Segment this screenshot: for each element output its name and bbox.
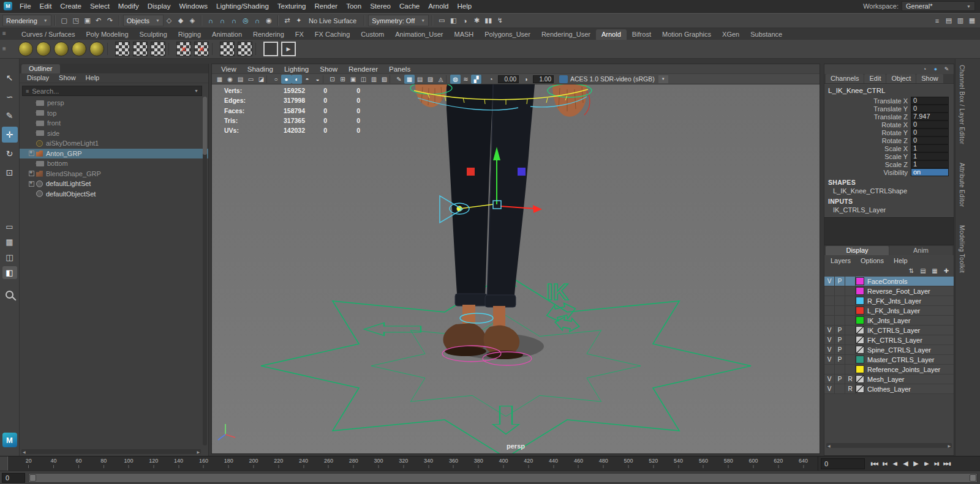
viewport-toggle-icon[interactable] bbox=[323, 75, 327, 83]
layer-display-type-toggle[interactable] bbox=[845, 277, 856, 286]
shelf-item-icon[interactable] bbox=[54, 42, 69, 56]
shelf-tab[interactable]: Motion Graphics bbox=[657, 29, 717, 40]
shelf-item-icon[interactable] bbox=[263, 42, 278, 56]
layer-display-type-toggle[interactable] bbox=[845, 335, 856, 344]
layer-display-type-toggle[interactable] bbox=[845, 296, 856, 305]
shelf-tab[interactable]: Animation bbox=[206, 29, 247, 40]
viewport-menu-item[interactable]: Show bbox=[314, 65, 343, 73]
scroll-left-icon[interactable]: ◀ bbox=[826, 444, 832, 448]
scroll-right-icon[interactable]: ▶ bbox=[946, 444, 952, 448]
manipulator-x-axis[interactable] bbox=[533, 205, 542, 213]
layer-playback-toggle[interactable]: P bbox=[835, 326, 845, 335]
viewport-toggle-icon[interactable]: ▨ bbox=[425, 75, 435, 84]
shelf-tab[interactable]: FX bbox=[290, 29, 309, 40]
menu-item[interactable]: Display bbox=[143, 1, 175, 12]
expand-toggle-icon[interactable] bbox=[29, 171, 34, 176]
channel-value-field[interactable]: 1 bbox=[911, 144, 949, 152]
shelf-tab[interactable]: Poly Modeling bbox=[80, 29, 134, 40]
playback-button[interactable]: ▮◀◀ bbox=[870, 458, 878, 469]
menu-item[interactable]: Stereo bbox=[366, 1, 395, 12]
playback-button[interactable]: ▶▮ bbox=[932, 458, 941, 469]
snap-icon[interactable]: ∩ bbox=[205, 15, 216, 26]
shelf-item-icon[interactable] bbox=[107, 43, 112, 55]
layer-visibility-toggle[interactable]: V bbox=[824, 345, 835, 354]
layer-visibility-toggle[interactable]: V bbox=[824, 384, 835, 393]
viewport-toggle-icon[interactable]: ▤ bbox=[415, 75, 425, 84]
render-icon[interactable]: ▭ bbox=[436, 15, 447, 26]
shelf-item-icon[interactable] bbox=[238, 42, 252, 56]
outliner-item[interactable]: persp bbox=[20, 98, 208, 108]
viewport-menu-item[interactable]: Shading bbox=[242, 65, 279, 73]
symmetry-selector[interactable]: Symmetry: Off ▼ bbox=[368, 15, 429, 26]
channel-box-menu-item[interactable]: Show bbox=[916, 74, 943, 83]
menu-item[interactable]: Windows bbox=[175, 1, 212, 12]
toolbar-icon[interactable]: ▢ bbox=[59, 15, 70, 26]
layer-row[interactable]: Reverse_Foot_Layer bbox=[824, 286, 954, 296]
history-icon[interactable]: ⇄ bbox=[282, 15, 293, 26]
sidebar-toggle-icon[interactable]: ≡ bbox=[932, 15, 943, 26]
layer-visibility-toggle[interactable]: V bbox=[824, 355, 835, 364]
layout-button[interactable]: ◧ bbox=[2, 266, 17, 279]
tool-icon[interactable]: ↖ bbox=[2, 70, 18, 86]
layer-visibility-toggle[interactable] bbox=[824, 296, 835, 305]
layer-row[interactable]: V P FaceControls bbox=[824, 277, 954, 286]
shelf-tab[interactable]: Rigging bbox=[173, 29, 206, 40]
snap-icon[interactable]: ∩ bbox=[228, 15, 239, 26]
layer-visibility-toggle[interactable] bbox=[824, 316, 835, 325]
toolbar-icon[interactable]: ◳ bbox=[70, 15, 81, 26]
layer-editor-tab[interactable]: Anim bbox=[889, 246, 952, 255]
layer-playback-toggle[interactable] bbox=[835, 365, 845, 374]
snap-icon[interactable]: ◎ bbox=[240, 15, 251, 26]
render-icon[interactable]: ↯ bbox=[494, 15, 505, 26]
layer-row[interactable]: R_FK_Jnts_Layer bbox=[824, 296, 954, 306]
tool-icon[interactable]: ✛ bbox=[2, 127, 18, 143]
channel-value-field[interactable]: 7.947 bbox=[911, 113, 949, 121]
menu-set-selector[interactable]: Rendering ▼ bbox=[2, 15, 51, 26]
range-start-field[interactable]: 0 bbox=[2, 473, 25, 483]
shelf-tab[interactable]: Rendering bbox=[247, 29, 290, 40]
selection-mode-selector[interactable]: Objects ▼ bbox=[123, 15, 164, 26]
shelf-options-icon[interactable]: ≡ bbox=[2, 45, 6, 52]
layer-editor-menu-item[interactable]: Options bbox=[856, 256, 889, 265]
layer-playback-toggle[interactable] bbox=[835, 384, 845, 393]
viewport-toggle-icon[interactable]: ◫ bbox=[358, 75, 369, 84]
viewport-toggle-icon[interactable]: ▧ bbox=[379, 75, 390, 84]
outliner-menu-item[interactable]: Help bbox=[81, 73, 105, 83]
layer-playback-toggle[interactable] bbox=[835, 316, 845, 325]
frame-ruler[interactable]: 0 20 40 60 80 100 12 bbox=[0, 456, 818, 471]
viewport-toggle-icon[interactable]: ◒ bbox=[312, 75, 323, 84]
layer-playback-toggle[interactable]: P bbox=[835, 335, 845, 344]
layer-visibility-toggle[interactable] bbox=[824, 306, 835, 315]
layer-color-swatch[interactable] bbox=[856, 356, 864, 363]
layer-display-type-toggle[interactable]: R bbox=[845, 374, 856, 384]
outliner-item[interactable]: defaultObjectSet bbox=[20, 189, 208, 199]
layer-visibility-toggle[interactable] bbox=[824, 286, 835, 296]
shelf-item-icon[interactable] bbox=[72, 42, 86, 56]
layer-playback-toggle[interactable] bbox=[835, 296, 845, 305]
toolbar-icon[interactable]: ↷ bbox=[105, 15, 116, 26]
shelf-tab[interactable]: Bifrost bbox=[627, 29, 657, 40]
outliner-horizontal-scrollbar[interactable]: ◀ ▶ bbox=[21, 449, 201, 454]
layer-editor-menu-item[interactable]: Help bbox=[889, 256, 913, 265]
shelf-item-icon[interactable] bbox=[176, 42, 191, 56]
render-icon[interactable]: ✱ bbox=[471, 15, 482, 26]
viewport-toggle-icon[interactable]: ◪ bbox=[256, 75, 266, 84]
playback-button[interactable]: ◀▮ bbox=[891, 458, 899, 469]
menu-item[interactable]: Arnold bbox=[424, 1, 453, 12]
toolbar-icon[interactable]: ▣ bbox=[82, 15, 93, 26]
outliner-search-field[interactable]: ≡ Search... ▼ bbox=[22, 86, 202, 96]
channel-box-header-icon[interactable]: ✎ bbox=[942, 65, 951, 73]
shelf-item-icon[interactable] bbox=[194, 42, 209, 56]
menu-item[interactable]: Modify bbox=[114, 1, 143, 12]
channel-value-field[interactable]: 0 bbox=[911, 97, 949, 105]
outliner-item[interactable]: front bbox=[20, 118, 208, 128]
viewport-toggle-icon[interactable]: ◔ bbox=[486, 75, 496, 84]
channel-box-header-icon[interactable]: ◔ bbox=[920, 65, 929, 73]
layer-editor-tab[interactable]: Display bbox=[826, 246, 889, 255]
history-icon[interactable]: ✦ bbox=[293, 15, 304, 26]
layer-color-swatch[interactable] bbox=[856, 336, 864, 344]
outliner-vertical-scrollbar[interactable] bbox=[203, 97, 207, 445]
selection-mask-icon[interactable]: ◇ bbox=[164, 15, 175, 26]
viewport-toggle-icon[interactable] bbox=[481, 75, 486, 83]
viewport-toggle-icon[interactable]: ▦ bbox=[214, 75, 225, 84]
